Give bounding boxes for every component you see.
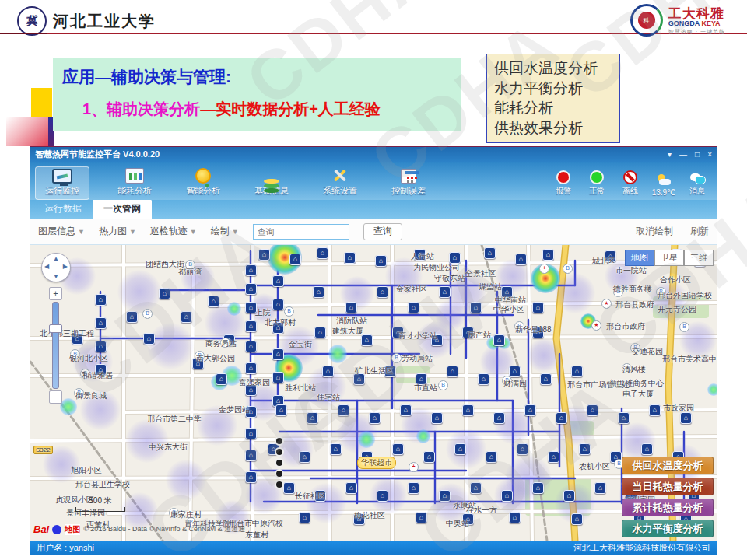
close-button[interactable]: ×	[707, 151, 712, 159]
map-label: 交通花园	[632, 346, 663, 357]
status-ok[interactable]: 正常	[584, 170, 610, 197]
dropdown-热力图[interactable]: 热力图▼	[99, 225, 136, 238]
subtab-inactive[interactable]: 运行数据	[33, 199, 93, 219]
search-button[interactable]: 查询	[363, 223, 402, 240]
map-label: 南大郭公园	[196, 353, 235, 364]
map-label: 人行站	[411, 251, 434, 262]
toolbar-action[interactable]: 取消绘制	[636, 225, 673, 238]
nav-item-cal[interactable]: 控制误差	[374, 165, 443, 200]
minimize-button[interactable]: —	[679, 151, 687, 159]
map-label: 都丽湾	[178, 267, 202, 278]
maptype-地图[interactable]: 地图	[625, 250, 654, 266]
map-pan-control[interactable]: ▲▼ ◀▶	[41, 253, 71, 282]
map-scale: 500 米	[75, 495, 125, 512]
dropdown-巡检轨迹[interactable]: 巡检轨迹▼	[150, 225, 197, 238]
map-label: 守敬东站	[434, 273, 465, 284]
zoom-track[interactable]	[52, 302, 59, 389]
app-statusbar: 用户名 : yanshi 河北工大科雅能源科技股份有限公司	[30, 541, 717, 555]
map-label: 市政家园	[663, 403, 694, 414]
map-label: 上院	[255, 307, 271, 318]
map-labels-layer: 团结西大街都丽湾人行站为民物业公司守敬东站全景社区城北区市一院站合作小区德胜商务…	[30, 245, 717, 541]
university-name: 河北工业大学	[53, 11, 156, 32]
nav-item-scope[interactable]: 智能分析	[169, 166, 237, 200]
nav-item-label: 能耗分析	[117, 185, 152, 197]
map-label: 全景社区	[465, 268, 496, 279]
dropdown-绘制[interactable]: 绘制▼	[211, 225, 239, 238]
status-weather[interactable]: 13.9℃	[651, 174, 677, 197]
nav-item-db[interactable]: 基础信息	[237, 176, 306, 200]
analysis-list-box: 供回水温度分析水力平衡分析能耗分析供热效果分析	[486, 54, 620, 143]
scope-icon	[195, 168, 211, 184]
supermarket-label: 华联超市	[357, 457, 396, 469]
map-type-switcher: 地图卫星三维	[625, 250, 714, 266]
subtab-bar: 运行数据一次管网	[30, 200, 717, 219]
map-label: 育才小学站	[398, 331, 437, 341]
map-label: 旭阳小区	[71, 465, 102, 476]
map-label: 新华星188	[515, 324, 552, 335]
nav-item-label: 智能分析	[186, 185, 220, 197]
nav-item-tools[interactable]: 系统设置	[306, 164, 374, 200]
analysis-button[interactable]: 当日耗热量分析	[622, 478, 714, 495]
map-label: 东董村	[245, 530, 268, 541]
window-menu-button[interactable]: ▾	[668, 151, 672, 159]
monitor-icon	[52, 169, 72, 184]
map-label: 中华小区	[493, 304, 524, 315]
status-label: 报警	[556, 186, 571, 197]
nav-item-chart[interactable]: 能耗分析	[100, 166, 169, 200]
map-label: 中兴东大街	[149, 442, 188, 453]
map-label: 和谐雅居	[82, 370, 113, 381]
cal-icon	[401, 169, 416, 184]
analysis-list-item: 水力平衡分析	[494, 79, 612, 99]
dropdown-图层信息[interactable]: 图层信息▼	[38, 225, 85, 238]
nav-item-monitor[interactable]: 运行监控	[35, 166, 89, 200]
map-label: 北小郭三期工程	[40, 328, 94, 339]
nav-item-label: 系统设置	[323, 185, 357, 197]
zoom-out-button[interactable]: −	[49, 390, 62, 404]
zoom-in-button[interactable]: +	[49, 287, 62, 300]
map-label: 劳动局站	[402, 353, 433, 364]
status-off[interactable]: 离线	[617, 170, 644, 197]
zoom-handle[interactable]	[49, 324, 62, 333]
map-label: 邢台外国语学校	[658, 290, 712, 301]
map-label: 开元寺公园	[658, 304, 696, 315]
map-label: 邢台县卫生学校	[75, 479, 130, 490]
map-label: 商务局站	[205, 338, 237, 349]
nav-item-label: 控制误差	[391, 185, 426, 197]
analysis-button[interactable]: 供回水温度分析	[622, 457, 714, 474]
status-alarm[interactable]: 报警	[550, 170, 577, 197]
map-label: 长征社区	[295, 491, 326, 502]
map-label: 农机小区	[579, 461, 610, 472]
analysis-button[interactable]: 累计耗热量分析	[622, 499, 714, 516]
analysis-button[interactable]: 水力平衡度分析	[622, 520, 714, 537]
map-area[interactable]: ⌂⌂⌂⌂⌂⌂⌂⌂⌂⌂⌂⌂⌂⌂⌂⌂⌂⌂⌂⌂⌂⌂⌂⌂⌂⌂⌂⌂⌂⌂⌂⌂⌂⌂⌂⌂⌂⌂⌂⌂…	[30, 245, 717, 541]
map-label: 清风楼	[622, 364, 646, 375]
status-msg[interactable]: 消息	[684, 172, 710, 197]
window-controls: ▾—□×	[668, 151, 712, 159]
maximize-button[interactable]: □	[695, 151, 700, 159]
map-label: 北大郭村	[265, 317, 296, 328]
map-label: 富强家园	[239, 377, 270, 388]
nav-item-label: 基础信息	[254, 185, 289, 197]
baidu-logo: Bai	[33, 523, 49, 535]
nav-item-label: 运行监控	[45, 185, 79, 197]
map-label: 银河北小区	[69, 353, 108, 364]
map-label: 城北区	[592, 256, 615, 267]
subtab-active[interactable]: 一次管网	[93, 199, 152, 219]
slide: 冀 河北工业大学 科 工大科雅 GONGDA KEYA 智慧热网 · 一键节能 …	[0, 0, 747, 560]
map-zoom-slider[interactable]: + −	[49, 287, 62, 404]
map-label: 建筑大厦	[332, 326, 363, 337]
maptype-卫星[interactable]: 卫星	[654, 250, 684, 266]
toolbar-action[interactable]: 刷新	[690, 225, 709, 238]
app-window: 智慧热网节能监控平台 V4.0.0.20 ▾—□× 运行监控能耗分析智能分析基础…	[30, 146, 717, 554]
title-box: 应用—辅助决策与管理: 1、辅助决策分析—实时数据分析+人工经验	[53, 58, 461, 131]
slide-title: 应用—辅助决策与管理:	[62, 66, 451, 88]
maptype-三维[interactable]: 三维	[684, 250, 714, 266]
chart-icon	[125, 168, 144, 184]
app-title: 智慧热网节能监控平台 V4.0.0.20	[35, 149, 668, 160]
search-input[interactable]	[253, 224, 349, 240]
toolbar-dropdowns: 图层信息▼热力图▼巡检轨迹▼绘制▼	[38, 225, 239, 238]
map-label: 矿北生活区	[355, 366, 394, 376]
analysis-buttons: 供回水温度分析当日耗热量分析累计耗热量分析水力平衡度分析	[622, 457, 714, 537]
map-label: 金家社区	[396, 284, 427, 295]
map-label: 邢台市第二中学	[147, 414, 202, 425]
